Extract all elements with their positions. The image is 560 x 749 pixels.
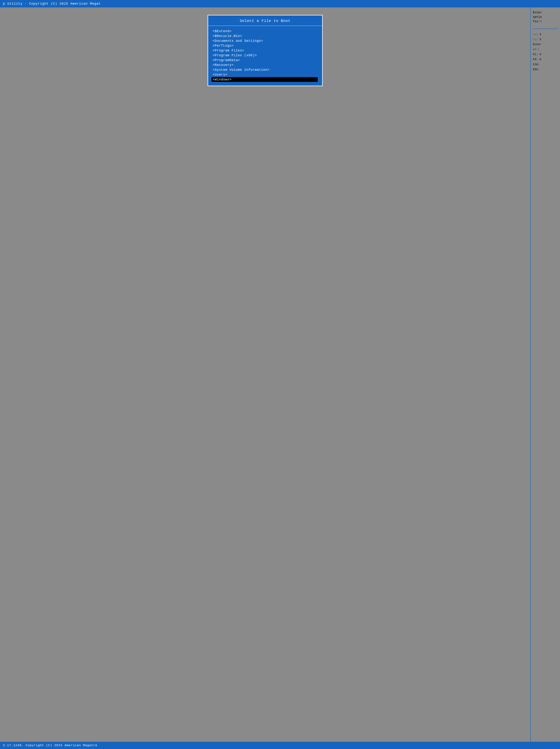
right-panel-line-3: fsx:\ <box>533 19 558 24</box>
file-boot-dialog: Select a File to Boot <$Extend><$Recycle… <box>207 15 323 86</box>
file-list-item[interactable]: <Program Files (x86)> <box>212 53 318 58</box>
left-panel: Select a File to Boot <$Extend><$Recycle… <box>0 7 530 742</box>
key-hint-f10: F10: <box>533 62 558 67</box>
right-panel-top-text: Enter optio fsx:\ <box>533 10 558 24</box>
key-hint-enter: Enter <box>533 42 558 47</box>
file-list-item[interactable]: <Recovery> <box>212 63 318 67</box>
main-content: Select a File to Boot <$Extend><$Recycle… <box>0 7 560 742</box>
top-bar-text: p Utility - Copyright (C) 2015 American … <box>3 2 101 5</box>
file-list-item[interactable]: <Documents and Settings> <box>212 39 318 43</box>
file-list-item[interactable]: <$Recycle.Bin> <box>212 34 318 39</box>
file-list-item[interactable]: <PerfLogs> <box>212 43 318 48</box>
key-hint-f1: F1: G <box>533 52 558 57</box>
right-panel-keys: →←: S ↑↓: S Enter +/-: F1: G F9: O F10: … <box>533 32 558 72</box>
file-list-item[interactable]: <System Volume Information> <box>212 67 318 72</box>
right-panel: Enter optio fsx:\ →←: S ↑↓: S Enter +/-:… <box>530 7 560 742</box>
file-list-item[interactable]: <Windows> <box>211 77 318 82</box>
key-hint-esc: ESC: <box>533 67 558 72</box>
right-panel-divider <box>533 28 558 29</box>
key-hint-plus-minus: +/-: <box>533 47 558 52</box>
file-list-item[interactable]: <Users> <box>212 72 318 77</box>
key-hint-arrows-lr: →←: S <box>533 32 558 37</box>
file-list-item[interactable]: <ProgramData> <box>212 58 318 63</box>
top-bar: p Utility - Copyright (C) 2015 American … <box>0 0 560 7</box>
right-panel-line-2: optio <box>533 15 558 19</box>
file-list-item[interactable]: <Program Files> <box>212 48 318 53</box>
right-panel-line-1: Enter <box>533 10 558 15</box>
key-hint-f9: F9: O <box>533 57 558 62</box>
bottom-bar: 2.17.1249. Copyright (C) 2015 American M… <box>0 742 560 749</box>
dialog-title: Select a File to Boot <box>208 16 322 26</box>
bottom-bar-text: 2.17.1249. Copyright (C) 2015 American M… <box>3 744 97 747</box>
file-list-item[interactable]: <$Extend> <box>212 29 318 34</box>
file-list: <$Extend><$Recycle.Bin><Documents and Se… <box>208 26 322 86</box>
key-hint-arrows-ud: ↑↓: S <box>533 37 558 42</box>
